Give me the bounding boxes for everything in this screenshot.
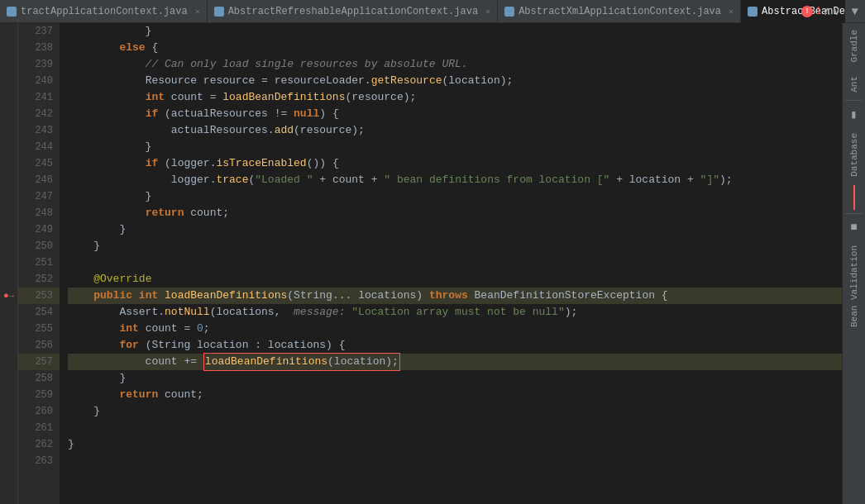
line-numbers: 2372382392402412422432442452462472482492… [18, 23, 60, 504]
tab-tab2[interactable]: AbstractRefreshableApplicationContext.ja… [208, 0, 498, 23]
error-dot: ! [801, 6, 813, 17]
red-line-indicator [853, 185, 855, 210]
tab-close-tab1[interactable]: ✕ [195, 7, 200, 17]
breakpoint-icon-253[interactable]: ● [3, 291, 9, 301]
line-num-262: 262 [18, 436, 60, 453]
code-content[interactable]: } else { // Can only load single resourc… [60, 23, 842, 504]
code-line-250: } [68, 238, 842, 254]
sidebar-icon-bean[interactable]: ■ [847, 216, 860, 239]
code-line-244: } [68, 139, 842, 155]
gutter-cell-239 [0, 56, 17, 73]
line-num-254: 254 [18, 304, 60, 321]
right-sidebar: Gradle Ant ▮ Database ■ Bean Validation [842, 23, 865, 504]
gutter-cell-245 [0, 155, 17, 172]
sidebar-item-bean-validation[interactable]: Bean Validation [846, 239, 863, 334]
line-num-247: 247 [18, 188, 60, 205]
code-line-241: int count = loadBeanDefinitions(resource… [68, 89, 842, 106]
gutter-cell-250 [0, 238, 17, 254]
gutter-cell-260 [0, 403, 17, 420]
code-line-245: if (logger.isTraceEnabled()) { [68, 155, 842, 172]
gutter-cell-242 [0, 106, 17, 122]
line-num-244: 244 [18, 139, 60, 155]
line-num-242: 242 [18, 106, 60, 122]
line-num-255: 255 [18, 321, 60, 337]
line-num-248: 248 [18, 205, 60, 221]
code-line-248: return count; [68, 205, 842, 221]
sidebar-icon-database[interactable]: ▮ [847, 102, 860, 126]
tab-label-tab1: tractApplicationContext.java [21, 6, 188, 17]
line-num-257: 257 [18, 354, 60, 370]
sidebar-divider-2 [845, 213, 863, 214]
gutter-cell-249 [0, 221, 17, 238]
gutter-cell-238 [0, 40, 17, 56]
main-container: ●→ 2372382392402412422432442452462472482… [0, 23, 865, 504]
sidebar-item-database[interactable]: Database [846, 126, 863, 183]
code-line-237: } [68, 23, 842, 40]
tab-icon-tab2 [214, 7, 224, 17]
code-line-259: return count; [68, 387, 842, 403]
line-num-240: 240 [18, 73, 60, 89]
tab-dropdown[interactable]: ▼ [845, 5, 865, 18]
line-num-263: 263 [18, 453, 60, 469]
gutter-area: ●→ [0, 23, 18, 504]
line-num-251: 251 [18, 254, 60, 271]
code-line-262: } [68, 436, 842, 453]
code-line-239: // Can only load single resources by abs… [68, 56, 842, 73]
gutter-cell-263 [0, 453, 17, 469]
tab-close-tab3[interactable]: ✕ [729, 7, 734, 17]
tab-label-tab2: AbstractRefreshableApplicationContext.ja… [228, 6, 478, 17]
code-line-238: else { [68, 40, 842, 56]
code-area: ●→ 2372382392402412422432442452462472482… [0, 23, 842, 504]
code-line-257: count += loadBeanDefinitions(location); [68, 354, 842, 370]
gutter-cell-258 [0, 370, 17, 387]
gutter-cell-247 [0, 188, 17, 205]
code-line-251 [68, 254, 842, 271]
gutter-cell-246 [0, 172, 17, 188]
gutter-cell-255 [0, 321, 17, 337]
tab-icon-tab3 [504, 7, 514, 17]
line-num-239: 239 [18, 56, 60, 73]
gutter-cell-253: ●→ [0, 288, 17, 304]
line-num-250: 250 [18, 238, 60, 254]
gutter-cell-248 [0, 205, 17, 221]
code-line-249: } [68, 221, 842, 238]
gutter-cell-259 [0, 387, 17, 403]
code-line-261 [68, 420, 842, 436]
gutter-cell-244 [0, 139, 17, 155]
code-line-240: Resource resource = resourceLoader.getRe… [68, 73, 842, 89]
tab-label-tab3: AbstractXmlApplicationContext.java [519, 6, 721, 17]
code-line-246: logger.trace("Loaded " + count + " bean … [68, 172, 842, 188]
tab-tab1[interactable]: tractApplicationContext.java✕ [0, 0, 208, 23]
code-line-258: } [68, 370, 842, 387]
error-nav-down[interactable]: ∨ [834, 4, 840, 18]
gutter-cell-251 [0, 254, 17, 271]
gutter-cell-257 [0, 354, 17, 370]
error-nav-up[interactable]: ∧ [824, 4, 830, 18]
line-num-260: 260 [18, 403, 60, 420]
code-line-263 [68, 453, 842, 469]
line-num-261: 261 [18, 420, 60, 436]
line-num-253: 253 [18, 288, 60, 304]
code-line-256: for (String location : locations) { [68, 337, 842, 354]
debug-arrow-icon-253[interactable]: → [9, 291, 15, 301]
tab-close-tab2[interactable]: ✕ [485, 7, 490, 17]
code-line-242: if (actualResources != null) { [68, 106, 842, 122]
tab-bar[interactable]: tractApplicationContext.java✕AbstractRef… [0, 0, 865, 23]
tab-icon-tab4 [748, 7, 757, 17]
code-line-243: actualResources.add(resource); [68, 122, 842, 139]
line-num-259: 259 [18, 387, 60, 403]
line-num-245: 245 [18, 155, 60, 172]
gutter-cell-240 [0, 73, 17, 89]
code-line-255: int count = 0; [68, 321, 842, 337]
code-line-247: } [68, 188, 842, 205]
code-line-252: @Override [68, 271, 842, 288]
tab-tab3[interactable]: AbstractXmlApplicationContext.java✕ [498, 0, 741, 23]
line-num-238: 238 [18, 40, 60, 56]
gutter-cell-261 [0, 420, 17, 436]
sidebar-item-gradle[interactable]: Gradle [846, 23, 863, 69]
tab-icon-tab1 [7, 7, 17, 17]
line-num-241: 241 [18, 89, 60, 106]
sidebar-item-ant[interactable]: Ant [846, 69, 863, 99]
gutter-cell-243 [0, 122, 17, 139]
line-num-258: 258 [18, 370, 60, 387]
